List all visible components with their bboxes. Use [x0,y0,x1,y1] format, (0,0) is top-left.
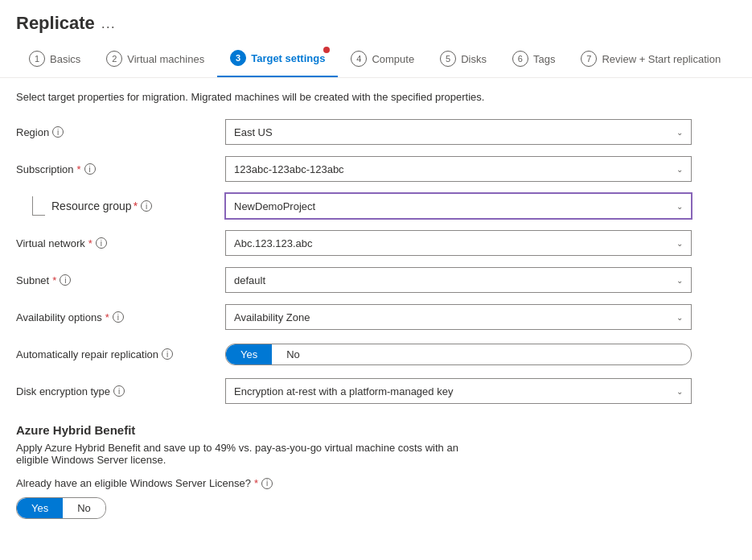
subscription-value: 123abc-123abc-123abc [234,163,344,175]
repair-no-button[interactable]: No [272,344,314,364]
step-label-compute: Compute [372,53,414,65]
indent-decoration [32,196,45,216]
azure-question-row: Already have an eligible Windows Server … [16,477,736,489]
region-row: Region i East US ⌄ [16,119,736,145]
step-number-1: 1 [29,51,45,67]
encryption-row: Disk encryption type i Encryption at-res… [16,378,736,404]
azure-question-required: * [254,477,258,489]
virtual-network-label: Virtual network [16,237,85,249]
step-review[interactable]: 7 Review + Start replication [568,41,734,76]
region-value: East US [234,126,273,138]
subnet-row: Subnet * i default ⌄ [16,267,736,293]
repair-toggle[interactable]: Yes No [225,344,692,365]
azure-question-text: Already have an eligible Windows Server … [16,477,251,489]
step-basics[interactable]: 1 Basics [16,41,93,76]
step-number-3: 3 [230,50,246,66]
subscription-info-icon[interactable]: i [84,163,96,175]
resource-group-info-icon[interactable]: i [141,200,152,212]
availability-row: Availability options * i Availability Zo… [16,304,736,330]
step-number-5: 5 [440,51,456,67]
availability-label: Availability options [16,311,102,323]
subnet-chevron-icon: ⌄ [676,276,683,285]
availability-value: Availability Zone [234,311,310,323]
virtual-network-info-icon[interactable]: i [96,237,107,249]
step-label-review: Review + Start replication [602,53,721,65]
region-dropdown[interactable]: East US ⌄ [225,119,692,145]
azure-hybrid-desc: Apply Azure Hybrid Benefit and save up t… [16,442,483,466]
step-tags[interactable]: 6 Tags [499,41,568,76]
step-virtual-machines[interactable]: 2 Virtual machines [93,41,217,76]
step-label-target: Target settings [251,52,325,64]
subscription-label: Subscription [16,163,74,175]
subnet-info-icon[interactable]: i [60,274,71,286]
region-chevron-icon: ⌄ [676,128,683,137]
availability-chevron-icon: ⌄ [676,313,683,322]
azure-hybrid-title: Azure Hybrid Benefit [16,423,736,437]
repair-yes-button[interactable]: Yes [226,344,272,364]
availability-info-icon[interactable]: i [113,311,124,323]
virtual-network-dropdown[interactable]: Abc.123.123.abc ⌄ [225,230,692,256]
step-number-7: 7 [581,51,597,67]
resource-group-row: Resource group * i NewDemoProject ⌄ [16,193,736,219]
azure-hybrid-toggle[interactable]: Yes No [16,497,106,519]
encryption-label: Disk encryption type [16,385,110,397]
availability-required: * [105,311,109,323]
virtual-network-required: * [88,237,92,249]
subscription-required: * [77,163,81,175]
encryption-info-icon[interactable]: i [113,385,125,397]
subnet-dropdown[interactable]: default ⌄ [225,267,692,293]
azure-question-info-icon[interactable]: i [261,478,273,489]
repair-label: Automatically repair replication [16,348,158,360]
availability-dropdown[interactable]: Availability Zone ⌄ [225,304,692,330]
step-target-settings[interactable]: 3 Target settings [217,40,338,77]
repair-info-icon[interactable]: i [162,348,173,360]
step-number-6: 6 [512,51,528,67]
form-description: Select target properties for migration. … [16,91,736,103]
wizard-steps: 1 Basics 2 Virtual machines 3 Target set… [0,40,752,78]
virtual-network-chevron-icon: ⌄ [676,239,683,248]
virtual-network-row: Virtual network * i Abc.123.123.abc ⌄ [16,230,736,256]
azure-no-button[interactable]: No [63,498,105,518]
subscription-dropdown[interactable]: 123abc-123abc-123abc ⌄ [225,156,692,182]
step-compute[interactable]: 4 Compute [338,41,427,76]
region-label: Region [16,126,49,138]
repair-replication-row: Automatically repair replication i Yes N… [16,341,736,367]
step-number-4: 4 [351,51,367,67]
subnet-value: default [234,274,265,286]
resource-group-label: Resource group [51,200,132,212]
resource-group-chevron-icon: ⌄ [676,202,683,211]
step-number-2: 2 [106,51,122,67]
step-label-basics: Basics [50,53,80,65]
encryption-dropdown[interactable]: Encryption at-rest with a platform-manag… [225,378,692,404]
step-label-tags: Tags [533,53,555,65]
page-title: Replicate [16,13,95,34]
virtual-network-value: Abc.123.123.abc [234,237,313,249]
resource-group-required: * [134,200,138,212]
subscription-row: Subscription * i 123abc-123abc-123abc ⌄ [16,156,736,182]
azure-yes-button[interactable]: Yes [17,498,63,518]
step-disks[interactable]: 5 Disks [427,41,499,76]
step-label-disks: Disks [461,53,487,65]
encryption-value: Encryption at-rest with a platform-manag… [234,385,453,397]
more-options-icon[interactable]: ... [101,15,116,32]
subnet-label: Subnet [16,274,49,286]
resource-group-dropdown[interactable]: NewDemoProject ⌄ [225,193,692,219]
encryption-chevron-icon: ⌄ [676,387,683,396]
subnet-required: * [52,274,56,286]
resource-group-value: NewDemoProject [234,200,315,212]
step-dot-indicator [323,47,330,53]
step-label-vms: Virtual machines [127,53,204,65]
region-info-icon[interactable]: i [52,126,64,138]
subscription-chevron-icon: ⌄ [676,165,683,174]
